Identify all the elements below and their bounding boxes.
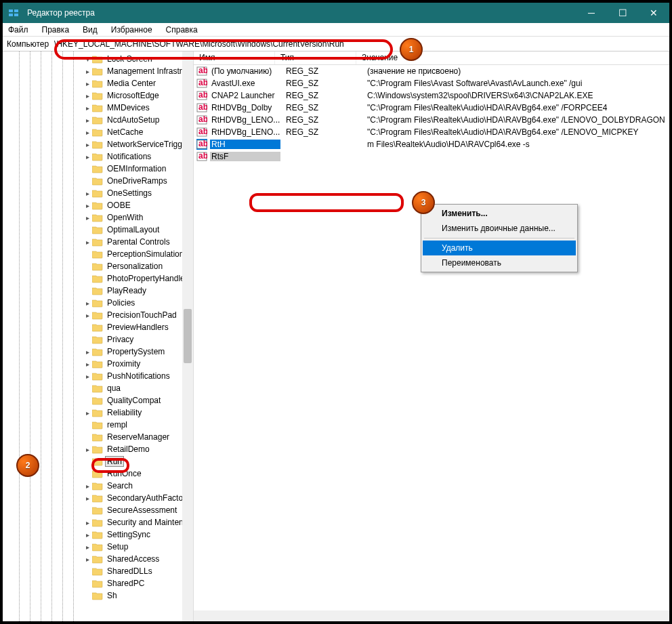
tree-item-netcache[interactable]: ▸NetCache	[3, 126, 193, 138]
tree-item-playready[interactable]: PlayReady	[3, 285, 193, 297]
expand-icon[interactable]: ▸	[84, 68, 91, 75]
value-row[interactable]: abRtHDVBg_LENO...REG_SZ"C:\Program Files…	[194, 114, 669, 126]
minimize-button[interactable]: ─	[576, 3, 607, 23]
expand-icon[interactable]: ▸	[84, 446, 91, 453]
tree-item-secondaryauthfactor[interactable]: ▸SecondaryAuthFactor	[3, 492, 193, 504]
expand-icon[interactable]: ▸	[84, 543, 91, 551]
tree-item-qua[interactable]: qua	[3, 382, 193, 394]
tree-item-media-center[interactable]: ▸Media Center	[3, 77, 193, 89]
menu-view[interactable]: Вид	[80, 24, 100, 36]
tree-item-sharedaccess[interactable]: ▸SharedAccess	[3, 553, 193, 565]
expand-icon[interactable]: ▸	[84, 531, 91, 539]
expand-icon[interactable]: ▸	[84, 141, 91, 148]
folder-icon	[92, 542, 103, 552]
tree-item-sharedpc[interactable]: SharedPC	[3, 577, 193, 589]
registry-tree[interactable]: ▾Lock Screen▸Management Infrastru▸Media …	[3, 51, 194, 621]
expand-icon[interactable]: ▾	[84, 56, 91, 63]
expand-icon[interactable]: ▸	[84, 238, 91, 246]
ctx-modify-binary[interactable]: Изменить двоичные данные...	[423, 221, 576, 236]
address-input[interactable]	[50, 38, 669, 50]
tree-item-setup[interactable]: ▸Setup	[3, 541, 193, 553]
expand-icon[interactable]: ▸	[84, 92, 91, 100]
tree-item-networkservicetrigge[interactable]: ▸NetworkServiceTrigge	[3, 138, 193, 150]
expand-icon[interactable]: ▸	[84, 360, 91, 368]
col-name[interactable]: Имя	[194, 51, 275, 64]
tree-item-notifications[interactable]: ▸Notifications	[3, 150, 193, 163]
value-row[interactable]: abRtHDVBg_DolbyREG_SZ"C:\Program Files\R…	[194, 102, 669, 114]
tree-item-search[interactable]: ▸Search	[3, 480, 193, 492]
value-row[interactable]: ab(По умолчанию)REG_SZ(значение не присв…	[194, 65, 669, 77]
tree-item-propertysystem[interactable]: ▸PropertySystem	[3, 346, 193, 358]
expand-icon[interactable]: ▸	[84, 117, 91, 124]
expand-icon[interactable]: ▸	[84, 482, 91, 490]
tree-item-reliability[interactable]: ▸Reliability	[3, 407, 193, 419]
tree-item-ncdautosetup[interactable]: ▸NcdAutoSetup	[3, 114, 193, 126]
tree-item-secureassessment[interactable]: SecureAssessment	[3, 504, 193, 516]
value-row[interactable]: abAvastUI.exeREG_SZ"C:\Program Files\Ava…	[194, 77, 669, 89]
expand-icon[interactable]: ▸	[84, 129, 91, 136]
value-row[interactable]: abCNAP2 LauncherREG_SZC:\Windows\system3…	[194, 89, 669, 102]
tree-item-onedriveramps[interactable]: OneDriveRamps	[3, 175, 193, 187]
expand-icon[interactable]: ▸	[84, 312, 91, 319]
tree-item-shareddlls[interactable]: SharedDLLs	[3, 565, 193, 577]
tree-item-lock-screen[interactable]: ▾Lock Screen	[3, 53, 193, 65]
expand-icon[interactable]: ▸	[84, 214, 91, 222]
tree-item-photopropertyhandle[interactable]: PhotoPropertyHandle	[3, 272, 193, 285]
tree-item-settingsync[interactable]: ▸SettingSync	[3, 528, 193, 541]
tree-item-optimallayout[interactable]: OptimalLayout	[3, 224, 193, 236]
expand-icon[interactable]: ▸	[84, 153, 91, 161]
tree-item-personalization[interactable]: Personalization	[3, 260, 193, 272]
value-row[interactable]: abRtHDVBg_LENO...REG_SZ"C:\Program Files…	[194, 126, 669, 138]
ctx-modify[interactable]: Изменить...	[423, 206, 576, 221]
tree-item-policies[interactable]: ▸Policies	[3, 297, 193, 309]
expand-icon[interactable]: ▸	[84, 519, 91, 526]
values-header[interactable]: Имя Тип Значение	[194, 51, 669, 65]
ctx-delete[interactable]: Удалить	[423, 241, 576, 255]
tree-label: PlayReady	[106, 286, 148, 295]
tree-scrollbar[interactable]	[182, 51, 193, 621]
maximize-button[interactable]: ☐	[607, 3, 638, 23]
tree-item-perceptionsimulation[interactable]: PerceptionSimulation	[3, 248, 193, 260]
tree-item-qualitycompat[interactable]: QualityCompat	[3, 394, 193, 407]
expand-icon[interactable]: ▸	[84, 348, 91, 356]
menu-help[interactable]: Справка	[163, 24, 201, 36]
ctx-rename[interactable]: Переименовать	[423, 255, 576, 270]
expand-icon[interactable]: ▸	[84, 104, 91, 112]
menu-edit[interactable]: Правка	[39, 24, 72, 36]
expand-icon[interactable]: ▸	[84, 495, 91, 502]
expand-icon[interactable]: ▸	[84, 80, 91, 87]
tree-label: SharedDLLs	[106, 566, 154, 576]
tree-item-rempl[interactable]: rempl	[3, 419, 193, 431]
expand-icon[interactable]: ▸	[84, 202, 91, 209]
expand-icon[interactable]: ▸	[84, 556, 91, 563]
tree-item-onesettings[interactable]: ▸OneSettings	[3, 187, 193, 199]
tree-item-parental-controls[interactable]: ▸Parental Controls	[3, 236, 193, 248]
tree-item-oeminformation[interactable]: OEMInformation	[3, 163, 193, 175]
value-row[interactable]: abRtHm Files\Realtek\Audio\HDA\RAVCpl64.…	[194, 138, 669, 150]
tree-item-retaildemo[interactable]: ▸RetailDemo	[3, 443, 193, 455]
values-scrollbar[interactable]	[194, 610, 669, 621]
expand-icon[interactable]: ▸	[84, 190, 91, 197]
tree-item-pushnotifications[interactable]: ▸PushNotifications	[3, 370, 193, 382]
tree-item-mmdevices[interactable]: ▸MMDevices	[3, 102, 193, 114]
expand-icon[interactable]: ▸	[84, 373, 91, 380]
tree-item-previewhandlers[interactable]: PreviewHandlers	[3, 321, 193, 333]
tree-item-reservemanager[interactable]: ReserveManager	[3, 431, 193, 443]
expand-icon[interactable]: ▸	[84, 409, 91, 417]
tree-item-oobe[interactable]: ▸OOBE	[3, 199, 193, 211]
expand-icon[interactable]: ▸	[84, 299, 91, 307]
tree-item-security-and-maintena[interactable]: ▸Security and Maintena	[3, 516, 193, 528]
close-button[interactable]: ✕	[638, 3, 669, 23]
menu-fav[interactable]: Избранное	[108, 24, 155, 36]
menu-file[interactable]: Файл	[5, 24, 31, 36]
tree-item-privacy[interactable]: Privacy	[3, 333, 193, 346]
col-type[interactable]: Тип	[275, 51, 356, 64]
tree-item-microsoftedge[interactable]: ▸MicrosoftEdge	[3, 89, 193, 102]
tree-item-management-infrastru[interactable]: ▸Management Infrastru	[3, 65, 193, 77]
folder-icon	[92, 127, 103, 137]
tree-item-proximity[interactable]: ▸Proximity	[3, 358, 193, 370]
value-row[interactable]: abRtsF	[194, 150, 669, 163]
tree-item-sh[interactable]: Sh	[3, 589, 193, 602]
tree-item-precisiontouchpad[interactable]: ▸PrecisionTouchPad	[3, 309, 193, 321]
tree-item-openwith[interactable]: ▸OpenWith	[3, 211, 193, 224]
